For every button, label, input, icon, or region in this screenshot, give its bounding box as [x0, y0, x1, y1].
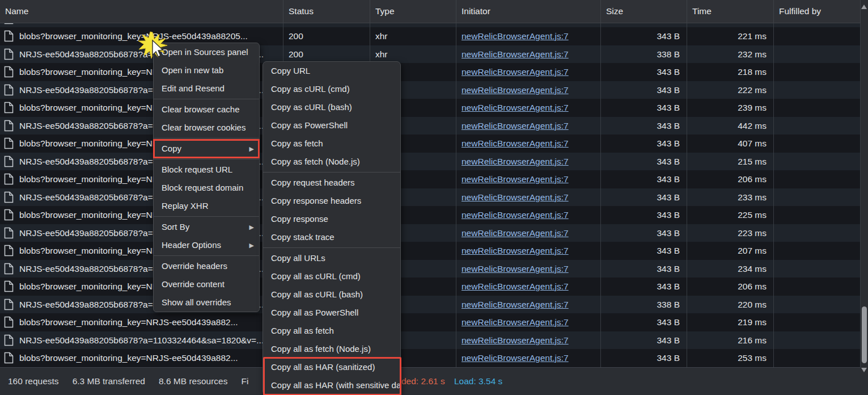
column-header-size[interactable]: Size [601, 0, 687, 23]
menu-item-show-all-overrides[interactable]: Show all overrides [154, 293, 259, 312]
table-row[interactable]: newRelicBrowserAgent.js:7 [0, 23, 861, 27]
initiator-link[interactable]: newRelicBrowserAgent.js:7 [461, 49, 569, 59]
vertical-scrollbar[interactable] [861, 0, 868, 376]
table-row[interactable]: blobs?browser_monitoring_key=NRJS-ee50d4… [0, 170, 861, 188]
table-row[interactable]: NRJS-ee50d439a88205b6878?a=1103324464&sa… [0, 188, 861, 207]
initiator-link[interactable]: newRelicBrowserAgent.js:7 [461, 210, 569, 220]
table-row[interactable]: NRJS-ee50d439a88205b6878?a=1103324464&sa… [0, 331, 861, 350]
scrollbar-thumb[interactable] [862, 306, 867, 363]
initiator-link[interactable]: newRelicBrowserAgent.js:7 [461, 103, 569, 112]
menu-item-replay-xhr[interactable]: Replay XHR [154, 197, 259, 215]
table-row[interactable]: NRJS-ee50d439a88205b6878?a=1103324464&sa… [0, 224, 861, 242]
submenu-item-copy-response[interactable]: Copy response [263, 210, 400, 228]
initiator-link[interactable]: newRelicBrowserAgent.js:7 [461, 317, 569, 327]
scroll-down-icon[interactable] [861, 368, 867, 372]
table-row[interactable]: NRJS-ee50d439a88205b6878?a=1103324464&sa… [0, 81, 861, 99]
menu-item-sort-by[interactable]: Sort By ▶ [154, 218, 259, 236]
table-row[interactable]: blobs?browser_monitoring_key=NRJS-ee50d4… [0, 206, 861, 224]
menu-item-clear-browser-cache[interactable]: Clear browser cache [154, 100, 259, 119]
initiator-link[interactable]: newRelicBrowserAgent.js:7 [461, 138, 569, 148]
table-row[interactable]: blobs?browser_monitoring_key=NRJS-ee50d4… [0, 278, 861, 296]
submenu-item-copy-as-fetch[interactable]: Copy as fetch [263, 135, 400, 153]
size-cell: 343 B [601, 27, 687, 45]
column-header-type[interactable]: Type [370, 0, 456, 23]
initiator-link[interactable]: newRelicBrowserAgent.js:7 [461, 281, 569, 291]
submenu-item-copy-all-as-fetch[interactable]: Copy all as fetch [263, 322, 400, 340]
type-cell: xhr [370, 45, 456, 64]
table-row[interactable]: blobs?browser_monitoring_key=NRJS-ee50d4… [0, 99, 861, 117]
submenu-item-copy-as-powershell[interactable]: Copy as PowerShell [263, 116, 400, 135]
column-header-fulfilled-by[interactable]: Fulfilled by [774, 0, 861, 23]
table-row[interactable]: NRJS-ee50d439a88205b6878?a=1103324464&sa… [0, 296, 861, 314]
menu-item-copy[interactable]: Copy ▶ [154, 140, 259, 158]
document-icon [4, 48, 14, 64]
submenu-item-copy-as-curl-bash[interactable]: Copy as cURL (bash) [263, 98, 400, 116]
column-header-time[interactable]: Time [687, 0, 774, 23]
time-cell: 207 ms [687, 242, 774, 260]
initiator-link[interactable]: newRelicBrowserAgent.js:7 [461, 300, 569, 309]
size-cell: 343 B [601, 117, 687, 135]
initiator-link[interactable]: newRelicBrowserAgent.js:7 [461, 174, 569, 184]
initiator-link[interactable]: newRelicBrowserAgent.js:7 [461, 246, 569, 255]
submenu-item-copy-url[interactable]: Copy URL [263, 62, 400, 80]
menu-item-override-headers[interactable]: Override headers [154, 257, 259, 275]
submenu-item-copy-all-as-curl-bash[interactable]: Copy all as cURL (bash) [263, 285, 400, 304]
menu-item-header-options-label: Header Options [162, 240, 221, 250]
size-cell: 343 B [601, 153, 687, 171]
table-row[interactable]: blobs?browser_monitoring_key=NRJS-ee50d4… [0, 349, 861, 367]
initiator-cell: newRelicBrowserAgent.js:7 [456, 63, 601, 81]
menu-item-clear-browser-cookies[interactable]: Clear browser cookies [154, 119, 259, 137]
submenu-item-copy-response-headers[interactable]: Copy response headers [263, 192, 400, 210]
copy-submenu: Copy URL Copy as cURL (cmd) Copy as cURL… [262, 61, 401, 395]
column-header-status[interactable]: Status [283, 0, 370, 23]
table-row[interactable]: NRJS-ee50d439a88205b6878?a=1103324464&sa… [0, 260, 861, 278]
menu-item-open-in-new-tab[interactable]: Open in new tab [154, 61, 259, 79]
submenu-item-copy-stack-trace[interactable]: Copy stack trace [263, 228, 400, 246]
submenu-item-copy-all-as-powershell[interactable]: Copy all as PowerShell [263, 304, 400, 322]
table-row[interactable]: blobs?browser_monitoring_key=NRJS-ee50d4… [0, 135, 861, 153]
fulfilled-by-cell [774, 45, 861, 64]
initiator-link[interactable]: newRelicBrowserAgent.js:7 [461, 192, 569, 202]
document-icon [4, 352, 14, 367]
table-row[interactable]: NRJS-ee50d439a88205b6878?a=1103324464&sa… [0, 45, 861, 64]
initiator-cell: newRelicBrowserAgent.js:7 [456, 27, 601, 45]
size-cell: 343 B [601, 63, 687, 81]
time-cell: 216 ms [687, 331, 774, 350]
table-row[interactable]: blobs?browser_monitoring_key=NRJS-ee50d4… [0, 313, 861, 331]
menu-separator [263, 172, 400, 173]
menu-item-open-in-sources[interactable]: Open in Sources panel [154, 43, 259, 61]
table-row[interactable]: NRJS-ee50d439a88205b6878?a=1103324464&sa… [0, 117, 861, 135]
submenu-item-copy-all-as-fetch-nodejs[interactable]: Copy all as fetch (Node.js) [263, 340, 400, 358]
fulfilled-by-cell [774, 349, 861, 367]
menu-item-block-request-url[interactable]: Block request URL [154, 161, 259, 179]
column-header-initiator[interactable]: Initiator [456, 0, 601, 23]
table-row[interactable]: blobs?browser_monitoring_key=NRJS-ee50d4… [0, 242, 861, 260]
initiator-link[interactable]: newRelicBrowserAgent.js:7 [461, 121, 569, 131]
initiator-link[interactable]: newRelicBrowserAgent.js:7 [461, 335, 569, 345]
initiator-link[interactable]: newRelicBrowserAgent.js:7 [461, 228, 569, 238]
time-cell: 206 ms [687, 170, 774, 188]
initiator-link[interactable]: newRelicBrowserAgent.js:7 [461, 264, 569, 274]
submenu-item-copy-all-urls[interactable]: Copy all URLs [263, 249, 400, 267]
table-row[interactable]: NRJS-ee50d439a88205b6878?a=1103324464&sa… [0, 153, 861, 171]
initiator-link[interactable]: newRelicBrowserAgent.js:7 [461, 67, 569, 77]
table-row[interactable]: blobs?browser_monitoring_key=NRJS-ee50d4… [0, 27, 861, 45]
menu-item-override-content[interactable]: Override content [154, 275, 259, 293]
submenu-item-copy-request-headers[interactable]: Copy request headers [263, 174, 400, 192]
initiator-link[interactable]: newRelicBrowserAgent.js:7 [461, 353, 569, 363]
initiator-link[interactable]: newRelicBrowserAgent.js:7 [461, 157, 569, 166]
table-row[interactable]: blobs?browser_monitoring_key=NRJS-ee50d4… [0, 63, 861, 81]
column-header-name[interactable]: Name [0, 0, 283, 23]
menu-item-edit-and-resend[interactable]: Edit and Resend [154, 79, 259, 98]
submenu-item-copy-as-fetch-nodejs[interactable]: Copy as fetch (Node.js) [263, 153, 400, 171]
finish-time-fragment: Fi [241, 376, 248, 386]
menu-item-header-options[interactable]: Header Options ▶ [154, 236, 259, 254]
scroll-up-icon[interactable] [861, 5, 867, 9]
document-icon [4, 66, 14, 81]
submenu-item-copy-all-as-curl-cmd[interactable]: Copy all as cURL (cmd) [263, 267, 400, 285]
initiator-link[interactable]: newRelicBrowserAgent.js:7 [461, 85, 569, 95]
submenu-item-copy-as-curl-cmd[interactable]: Copy as cURL (cmd) [263, 80, 400, 98]
initiator-link[interactable]: newRelicBrowserAgent.js:7 [461, 31, 569, 41]
menu-item-block-request-domain[interactable]: Block request domain [154, 179, 259, 197]
time-cell: 239 ms [687, 99, 774, 117]
